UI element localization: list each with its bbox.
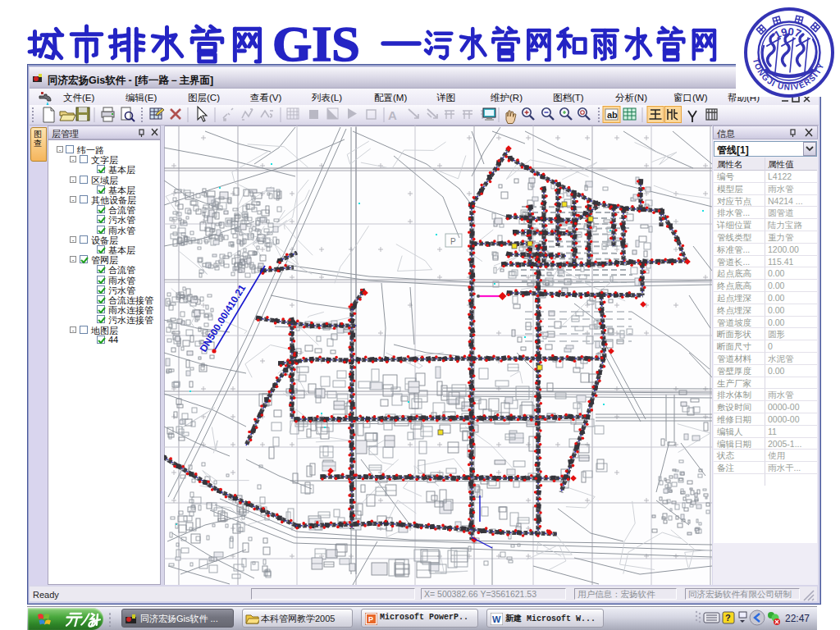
svg-text:A: A: [388, 108, 397, 122]
svg-text:22:47: 22:47: [785, 613, 810, 624]
svg-text:W: W: [492, 614, 501, 624]
svg-text:P: P: [450, 237, 456, 246]
svg-text:ab: ab: [607, 110, 618, 120]
svg-text:P: P: [368, 615, 373, 623]
svg-text:?: ?: [725, 613, 731, 623]
